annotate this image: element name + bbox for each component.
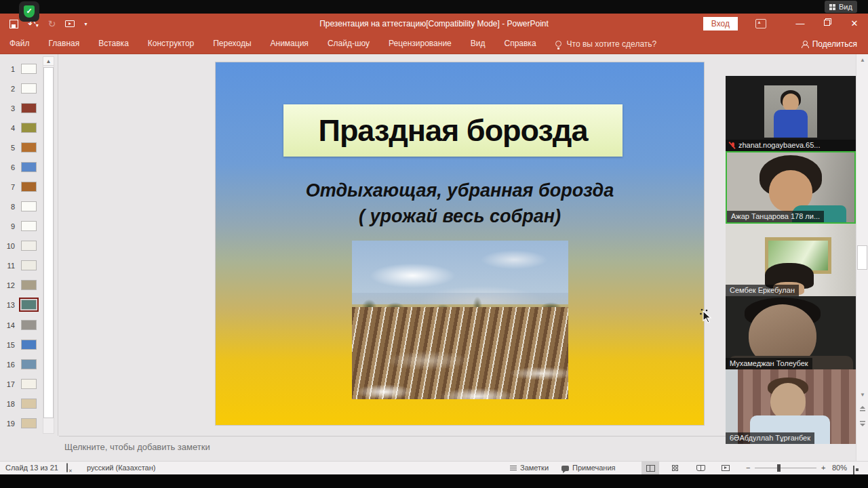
comments-icon xyxy=(561,466,569,471)
participant-tile-abdullah[interactable]: 6ӘАбдуллаh Тұрғанбек xyxy=(726,369,856,444)
slide-field-photo[interactable] xyxy=(352,241,568,399)
tab-transitions[interactable]: Переходы xyxy=(203,34,260,54)
scroll-thumb[interactable] xyxy=(857,245,867,270)
tell-me-label: Что вы хотите сделать? xyxy=(567,39,657,49)
mic-muted-icon xyxy=(730,142,736,150)
tab-help[interactable]: Справка xyxy=(494,34,545,54)
slide-thumbnail-panel: 1 2 3 4 5 6 7 8 9 10 11 12 13 14 15 16 1… xyxy=(0,54,58,436)
close-button[interactable]: ✕ xyxy=(841,14,868,34)
ribbon-tab-row: Файл Главная Вставка Конструктор Переход… xyxy=(0,34,868,54)
zoom-out-button[interactable]: − xyxy=(746,462,750,474)
thumbnail-slide-13-selected[interactable]: 13 xyxy=(0,295,43,314)
tab-slideshow[interactable]: Слайд-шоу xyxy=(318,34,379,54)
participant-name-bar: Мухамеджан Толеубек xyxy=(726,358,812,369)
normal-view-icon xyxy=(646,465,655,472)
slide-subtitle[interactable]: Отдыхающая, убранная борозда ( урожай ве… xyxy=(216,178,704,229)
scroll-down-icon[interactable]: ▼ xyxy=(856,392,868,398)
minimize-button[interactable]: — xyxy=(787,14,814,34)
share-person-icon xyxy=(802,41,808,47)
zoom-slider-thumb[interactable] xyxy=(777,464,781,472)
slide-scrollbar[interactable]: ▲ ▼ xyxy=(856,54,868,461)
zoom-view-label: Вид xyxy=(839,3,852,11)
notes-icon xyxy=(510,466,517,471)
participant-video-thumbnail xyxy=(764,85,817,138)
participant-name-bar: Сембек Еркебулан xyxy=(726,285,799,296)
slide-subtitle-line1: Отдыхающая, убранная борозда xyxy=(216,178,704,203)
ribbon-display-options-icon[interactable] xyxy=(755,19,766,28)
tell-me-search[interactable]: Что вы хотите сделать? xyxy=(555,39,657,49)
tab-animations[interactable]: Анимация xyxy=(261,34,318,54)
slide-counter: Слайд 13 из 21 xyxy=(5,462,58,474)
participant-tile-mukhamedzhan[interactable]: Мухамеджан Толеубек xyxy=(726,296,856,369)
thumbnail-slide-12[interactable]: 12 xyxy=(0,275,43,295)
participant-name-bar: Ажар Танцарова 178 ли... xyxy=(727,211,824,222)
thumbnail-slide-5[interactable]: 5 xyxy=(0,138,43,157)
previous-slide-button[interactable] xyxy=(859,405,867,413)
thumbnail-slide-7[interactable]: 7 xyxy=(0,177,43,197)
zoom-view-button[interactable]: Вид xyxy=(825,1,857,13)
thumbnail-slide-18[interactable]: 18 xyxy=(0,394,43,413)
thumbnail-slide-2[interactable]: 2 xyxy=(0,79,43,98)
tab-file[interactable]: Файл xyxy=(0,34,39,54)
slide-title-box[interactable]: Праздная борозда xyxy=(283,104,623,157)
view-slideshow-button[interactable] xyxy=(717,462,734,474)
participant-tile-zhanat[interactable]: zhanat.nogaybaeva.65... xyxy=(726,76,856,151)
zoom-percentage[interactable]: 80% xyxy=(832,462,847,474)
zoom-slider[interactable] xyxy=(755,468,816,468)
restore-button[interactable] xyxy=(814,13,841,35)
screen: ✓ Вид ↶▾ ↻ ▾ Презентация на аттестацию[C… xyxy=(0,0,868,488)
slideshow-view-icon xyxy=(722,465,730,471)
slide-subtitle-line2: ( урожай весь собран) xyxy=(216,203,704,229)
thumbnail-slide-10[interactable]: 10 xyxy=(0,236,43,256)
thumbnail-slide-1[interactable]: 1 xyxy=(0,59,43,79)
reading-view-icon xyxy=(696,465,705,471)
zoom-meeting-topbar xyxy=(0,0,868,14)
tab-review[interactable]: Рецензирование xyxy=(379,34,461,54)
thumbnail-slide-20[interactable]: 20 xyxy=(0,433,43,436)
slide-sorter-icon xyxy=(672,465,679,472)
thumbnail-scroll-thumb[interactable] xyxy=(43,67,54,418)
thumbnail-slide-16[interactable]: 16 xyxy=(0,354,43,374)
thumbnail-slide-11[interactable]: 11 xyxy=(0,256,43,275)
view-sorter-button[interactable] xyxy=(667,462,684,474)
thumbnail-slide-19[interactable]: 19 xyxy=(0,413,43,433)
fit-slide-icon xyxy=(853,466,854,475)
share-label: Поделиться xyxy=(812,39,857,49)
thumbnail-scroll-up-icon[interactable]: ▲ xyxy=(43,56,54,66)
share-button[interactable]: Поделиться xyxy=(802,39,857,49)
scroll-up-icon[interactable]: ▲ xyxy=(856,57,868,63)
language-indicator[interactable]: русский (Казахстан) xyxy=(87,462,155,474)
gallery-grid-icon xyxy=(829,4,835,10)
thumbnail-slide-6[interactable]: 6 xyxy=(0,157,43,177)
zoom-encryption-shield-icon[interactable]: ✓ xyxy=(19,1,39,22)
view-reading-button[interactable] xyxy=(692,462,709,474)
view-normal-button[interactable] xyxy=(642,462,659,474)
tab-view[interactable]: Вид xyxy=(461,34,495,54)
status-bar: Слайд 13 из 21 русский (Казахстан) Замет… xyxy=(0,461,868,474)
thumbnail-slide-8[interactable]: 8 xyxy=(0,197,43,216)
thumbnail-slide-15[interactable]: 15 xyxy=(0,335,43,354)
thumbnail-slide-14[interactable]: 14 xyxy=(0,315,43,335)
tab-design[interactable]: Конструктор xyxy=(138,34,203,54)
zoom-in-button[interactable]: + xyxy=(821,462,825,474)
sign-in-button[interactable]: Вход xyxy=(703,17,738,30)
mouse-cursor xyxy=(700,308,712,327)
notes-placeholder[interactable]: Щелкните, чтобы добавить заметки xyxy=(64,442,210,452)
lightbulb-icon xyxy=(555,41,561,47)
powerpoint-titlebar: ↶▾ ↻ ▾ Презентация на аттестацию[Compati… xyxy=(0,14,868,34)
spellcheck-icon[interactable] xyxy=(66,462,68,474)
notes-toggle[interactable]: Заметки xyxy=(510,462,549,474)
comments-toggle[interactable]: Примечания xyxy=(561,462,616,474)
thumbnail-slide-9[interactable]: 9 xyxy=(0,216,43,236)
tab-insert[interactable]: Вставка xyxy=(89,34,138,54)
tab-home[interactable]: Главная xyxy=(39,34,90,54)
next-slide-button[interactable] xyxy=(859,419,867,427)
thumbnail-slide-3[interactable]: 3 xyxy=(0,98,43,118)
thumbnail-slide-4[interactable]: 4 xyxy=(0,118,43,138)
slide-canvas[interactable]: Праздная борозда Отдыхающая, убранная бо… xyxy=(216,62,704,425)
participant-tile-azhar[interactable]: Ажар Танцарова 178 ли... xyxy=(726,151,856,224)
participant-tile-sembek[interactable]: Сембек Еркебулан xyxy=(726,224,856,296)
zoom-meeting-bottombar xyxy=(0,474,868,488)
participant-name-bar: zhanat.nogaybaeva.65... xyxy=(726,140,856,151)
thumbnail-slide-17[interactable]: 17 xyxy=(0,374,43,394)
